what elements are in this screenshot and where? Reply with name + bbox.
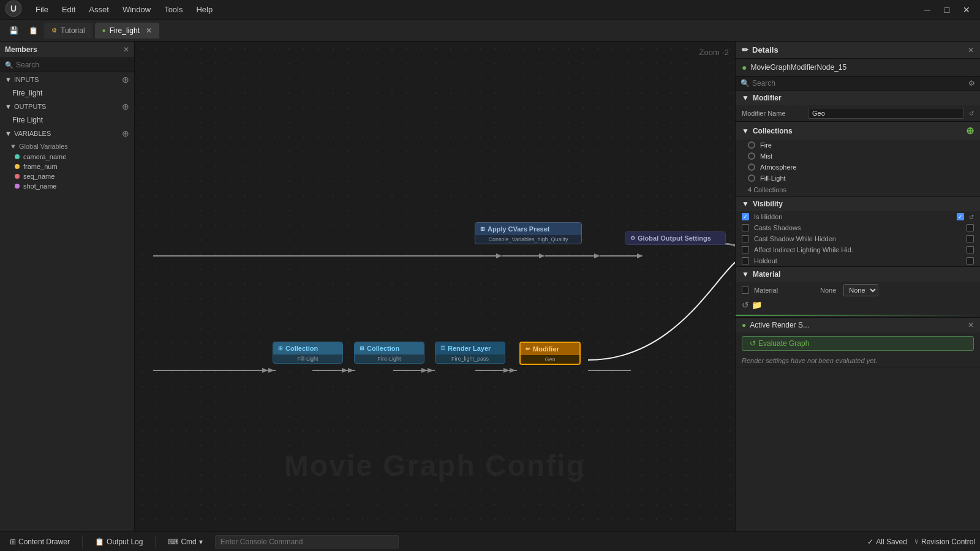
holdout-value[interactable] [967,257,974,264]
collection-atmosphere-radio[interactable] [748,163,755,171]
cast-shadow-hidden-checkbox[interactable] [742,235,749,242]
inputs-item-fire-light[interactable]: Fire_light [0,87,134,99]
material-none-label: None [820,287,836,294]
outputs-section-header[interactable]: ▼ OUTPUTS ⊕ [0,99,134,114]
casts-shadows-value[interactable] [967,224,974,231]
menu-window[interactable]: Window [116,2,157,17]
chevron-down-icon-outputs: ▼ [5,103,12,110]
var-frame-num[interactable]: frame_num [0,162,134,171]
material-label: Material [753,270,780,279]
var-shot-name[interactable]: shot_name [0,181,134,191]
search-input[interactable] [16,61,129,69]
details-close-button[interactable]: ✕ [968,46,974,54]
tab-tutorial-icon: ⚙ [51,27,57,34]
console-input[interactable] [215,535,399,549]
collection-fill-light-radio[interactable] [748,174,755,182]
material-refresh-icon[interactable]: ↺ [742,300,749,310]
evaluate-graph-button[interactable]: ↺ Evaluate Graph [742,336,974,351]
modifier-name-input[interactable] [808,108,964,119]
menu-tools[interactable]: Tools [158,2,189,17]
collection-fire-radio[interactable] [748,141,755,149]
visibility-holdout-row: Holdout [736,255,980,266]
collection-mist-radio[interactable] [748,152,755,160]
window-controls: ─ □ ✕ [919,1,975,18]
collection1-label: Collection [285,345,318,352]
cast-shadow-hidden-value[interactable] [967,235,974,242]
collections-section-header[interactable]: ▼ Collections ⊕ [736,122,980,140]
outputs-item-fire-light[interactable]: Fire Light [0,114,134,126]
details-header: ✏ Details ✕ [736,42,980,59]
inputs-section-header[interactable]: ▼ INPUTS ⊕ [0,72,134,87]
is-hidden-value[interactable]: ✓ [957,213,964,220]
is-hidden-reset[interactable]: ↺ [969,214,974,220]
output-log-button[interactable]: 📋 Output Log [90,535,148,549]
close-button[interactable]: ✕ [958,1,975,18]
active-render-close-button[interactable]: ✕ [968,321,974,329]
menu-edit[interactable]: Edit [56,2,81,17]
settings-icon[interactable]: 📋 [24,22,42,39]
tabbar: 💾 📋 ⚙ Tutorial ● Fire_light ✕ [0,20,980,42]
menu-file[interactable]: File [29,2,55,17]
details-settings-icon[interactable]: ⚙ [968,79,975,88]
collection-fill-light: Fill-Light [736,173,980,184]
ue-logo[interactable]: U [5,0,22,19]
save-icon[interactable]: 💾 [5,22,22,39]
variables-label: ▼ VARIABLES [5,130,51,137]
chevron-modifier-icon: ▼ [742,94,749,102]
material-checkbox[interactable] [742,287,749,294]
graph-connections [135,42,735,531]
visibility-section-header[interactable]: ▼ Visibility [736,197,980,211]
left-panel: Members ✕ 🔍 ▼ INPUTS ⊕ Fire_light ▼ OUTP… [0,42,135,531]
modifier-icon: ✏ [526,346,530,352]
var-camera-name[interactable]: camera_name [0,152,134,162]
minimize-button[interactable]: ─ [919,1,936,18]
menu-help[interactable]: Help [190,2,219,17]
details-search-input[interactable] [752,79,968,88]
statusbar: ⊞ Content Drawer 📋 Output Log ⌨ Cmd ▾ ✓ … [0,531,980,551]
cmd-button[interactable]: ⌨ Cmd ▾ [163,535,207,549]
search-icon: 🔍 [5,61,13,69]
node-renderlayer[interactable]: ☰ Render Layer Fire_light_pass [435,342,505,364]
maximize-button[interactable]: □ [938,1,956,18]
tab-fire-light[interactable]: ● Fire_light ✕ [95,23,159,39]
panel-close-button[interactable]: ✕ [123,45,129,54]
modifier-section-header[interactable]: ▼ Modifier [736,91,980,105]
casts-shadows-checkbox[interactable] [742,224,749,231]
tab-tutorial[interactable]: ⚙ Tutorial [44,23,92,39]
outputs-add-button[interactable]: ⊕ [122,102,129,111]
material-browse-icon[interactable]: 📁 [752,300,762,310]
modifier-reset-icon[interactable]: ↺ [969,110,974,117]
variables-add-button[interactable]: ⊕ [122,129,129,138]
menu-asset[interactable]: Asset [83,2,115,17]
menu-bar: File Edit Asset Window Tools Help [29,2,219,17]
revision-control-button[interactable]: ⑂ Revision Control [914,538,975,546]
visibility-section: ▼ Visibility ✓ Is Hidden ✓ ↺ Casts Shado… [736,197,980,267]
var-seq-name[interactable]: seq_name [0,171,134,181]
affect-indirect-checkbox[interactable] [742,246,749,253]
inputs-add-button[interactable]: ⊕ [122,75,129,84]
right-panel: ✏ Details ✕ ● MovieGraphModifierNode_15 … [735,42,980,531]
modifier-sub: Geo [521,355,579,364]
active-render-header: ● Active Render S... ✕ [736,318,980,332]
node-global-output[interactable]: ⚙ Global Output Settings [625,231,726,245]
node-modifier[interactable]: ✏ Modifier Geo [519,342,581,365]
node-collection2[interactable]: ⊞ Collection Fire-Light [354,342,424,364]
material-dropdown[interactable]: None [843,284,878,296]
global-variables-header[interactable]: ▼ Global Variables [0,141,134,152]
holdout-checkbox[interactable] [742,257,749,264]
modifier-section: ▼ Modifier Modifier Name ↺ [736,91,980,122]
content-drawer-button[interactable]: ⊞ Content Drawer [5,535,75,549]
tab-close-button[interactable]: ✕ [146,26,152,35]
variables-section-header[interactable]: ▼ VARIABLES ⊕ [0,126,134,141]
is-hidden-checkbox[interactable]: ✓ [742,213,749,220]
statusbar-divider-1 [82,536,83,548]
material-section-header[interactable]: ▼ Material [736,267,980,282]
renderlayer-sub: Fire_light_pass [435,354,505,363]
affect-indirect-value[interactable] [967,246,974,253]
node-applycvar[interactable]: ⊞ Apply CVars Preset Console_Variables_h… [475,222,582,244]
node-collection1[interactable]: ⊞ Collection Fill-Light [273,342,343,364]
all-saved-button[interactable]: ✓ All Saved [867,538,907,546]
collections-add-button[interactable]: ⊕ [966,125,974,137]
collection-mist: Mist [736,151,980,162]
graph-area[interactable]: Zoom -2 [135,42,735,531]
